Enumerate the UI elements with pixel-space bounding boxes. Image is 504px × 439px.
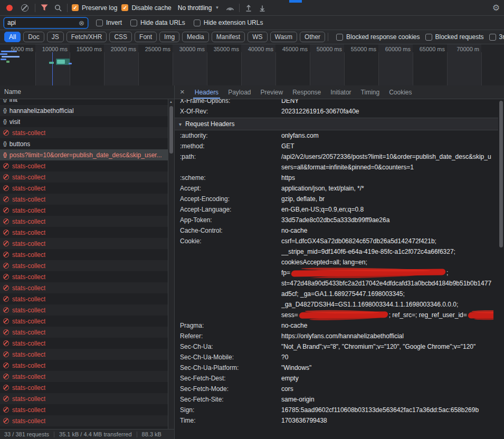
timeline-overview[interactable]: 5000 ms10000 ms15000 ms20000 ms25000 ms3… — [0, 44, 504, 86]
scrollbar-thumb[interactable] — [499, 101, 503, 247]
clear-filter-icon[interactable]: ⊗ — [79, 20, 84, 26]
tab-payload[interactable]: Payload — [223, 85, 255, 99]
request-row[interactable]: stats-collect — [0, 171, 174, 183]
close-details-icon[interactable]: × — [177, 87, 190, 97]
network-toolbar: ✓ Preserve log ✓ Disable cache No thrott… — [0, 0, 504, 16]
request-row[interactable]: {}visit — [0, 116, 174, 127]
filter-checkbox-3rd-party-requests[interactable]: 3rd-party requests — [489, 33, 504, 41]
request-row[interactable]: stats-collect — [0, 238, 174, 249]
request-list-scrollbar[interactable]: ▲ — [168, 99, 174, 429]
request-row[interactable]: stats-collect — [0, 227, 174, 238]
header-row: Sec-Fetch-Dest:empty — [175, 373, 498, 384]
tab-initiator[interactable]: Initiator — [326, 85, 356, 99]
export-har-icon[interactable] — [258, 3, 267, 13]
header-value: DENY — [281, 99, 497, 106]
import-har-icon[interactable] — [244, 3, 253, 13]
artifact-blue-bar — [289, 0, 302, 3]
type-filter-font[interactable]: Font — [135, 32, 157, 42]
timeline-label: 15000 ms — [77, 46, 104, 52]
hide-extension-urls-label: Hide extension URLs — [204, 19, 263, 26]
filter-input[interactable]: api ⊗ — [4, 18, 88, 28]
hide-data-urls-checkbox[interactable]: Hide data URLs — [130, 19, 185, 26]
name-column-header[interactable]: Name — [0, 85, 174, 99]
type-filter-ws[interactable]: WS — [248, 32, 267, 42]
request-row[interactable]: stats-collect — [0, 349, 174, 360]
request-row[interactable]: stats-collect — [0, 316, 174, 327]
request-row[interactable]: stats-collect — [0, 371, 174, 382]
request-row[interactable]: stats-collect — [0, 127, 174, 138]
request-row[interactable]: {}init — [0, 99, 174, 105]
filter-checkbox-blocked-response-cookies[interactable]: Blocked response cookies — [336, 33, 420, 41]
request-row[interactable]: stats-collect — [0, 282, 174, 293]
type-filter-other[interactable]: Other — [300, 32, 325, 42]
type-filter-fetch-xhr[interactable]: Fetch/XHR — [66, 32, 107, 42]
request-row[interactable]: {}hannahelizabethofficial — [0, 105, 174, 116]
tab-preview[interactable]: Preview — [256, 85, 288, 99]
clear-network-log-button[interactable] — [21, 4, 28, 12]
blocked-request-icon — [3, 196, 9, 202]
request-row[interactable]: stats-collect — [0, 338, 174, 349]
network-conditions-icon[interactable] — [225, 3, 235, 13]
details-scrollbar[interactable] — [498, 99, 504, 439]
tab-headers[interactable]: Headers — [190, 85, 223, 99]
header-name: Accept-Language: — [180, 204, 281, 215]
devtools-network-panel: ✓ Preserve log ✓ Disable cache No thrott… — [0, 0, 504, 439]
scrollbar-thumb[interactable] — [169, 106, 173, 154]
type-filter-doc[interactable]: Doc — [23, 32, 44, 42]
request-row[interactable]: stats-collect — [0, 404, 174, 415]
type-filter-img[interactable]: Img — [159, 32, 179, 42]
header-row: Sec-Ch-Ua-Mobile:?0 — [175, 352, 498, 362]
invert-checkbox[interactable]: Invert — [96, 19, 122, 26]
request-row[interactable]: stats-collect — [0, 293, 174, 304]
type-filter-js[interactable]: JS — [47, 32, 64, 42]
request-row[interactable]: stats-collect — [0, 304, 174, 316]
request-row[interactable]: stats-collect — [0, 271, 174, 282]
type-filter-manifest[interactable]: Manifest — [212, 32, 245, 42]
request-name: stats-collect — [12, 340, 45, 347]
type-filter-checkboxes: Blocked response cookiesBlocked requests… — [331, 33, 504, 41]
header-row-clipped: X-Frame-Options: DENY — [175, 99, 498, 106]
script-icon: {} — [3, 119, 6, 125]
filter-icon[interactable] — [40, 3, 49, 13]
type-filter-css[interactable]: CSS — [109, 32, 132, 42]
tab-cookies[interactable]: Cookies — [384, 85, 416, 99]
request-row[interactable]: stats-collect — [0, 260, 174, 271]
filter-checkbox-blocked-requests[interactable]: Blocked requests — [425, 33, 484, 41]
type-filter-wasm[interactable]: Wasm — [270, 32, 298, 42]
request-row[interactable]: stats-collect — [0, 360, 174, 371]
tab-response[interactable]: Response — [288, 85, 326, 99]
request-list-panel: Name {}init{}hannahelizabethofficial{}vi… — [0, 85, 175, 439]
request-name: stats-collect — [12, 329, 45, 336]
request-row[interactable]: stats-collect — [0, 382, 174, 393]
blocked-request-icon — [3, 318, 9, 324]
request-row[interactable]: stats-collect — [0, 216, 174, 227]
request-row[interactable]: stats-collect — [0, 415, 174, 426]
request-row[interactable]: stats-collect — [0, 393, 174, 404]
preserve-log-checkbox[interactable]: ✓ Preserve log — [72, 4, 117, 12]
disable-cache-label: Disable cache — [131, 4, 171, 12]
hide-extension-urls-checkbox[interactable]: Hide extension URLs — [194, 19, 263, 26]
header-name: Sec-Ch-Ua: — [180, 341, 281, 352]
type-filter-media[interactable]: Media — [182, 32, 209, 42]
timeline-gridline — [138, 52, 139, 85]
tab-timing[interactable]: Timing — [356, 85, 385, 99]
disable-cache-checkbox[interactable]: ✓ Disable cache — [121, 4, 171, 12]
waterfall-bar — [0, 53, 7, 55]
throttling-select[interactable]: No throttling ▼ — [176, 3, 222, 13]
request-row[interactable]: stats-collect — [0, 160, 174, 171]
request-row[interactable]: stats-collect — [0, 205, 174, 216]
search-icon[interactable] — [53, 3, 63, 13]
type-filter-all[interactable]: All — [4, 32, 21, 42]
request-row[interactable]: {}posts?limit=10&order=publish_date_desc… — [0, 149, 174, 160]
timeline-label: 65000 ms — [420, 46, 447, 52]
request-headers-section[interactable]: ▾ Request Headers — [175, 118, 498, 130]
request-row[interactable]: stats-collect — [0, 194, 174, 205]
request-row[interactable]: {}buttons — [0, 138, 174, 149]
request-row[interactable]: stats-collect — [0, 327, 174, 338]
request-row[interactable]: stats-collect — [0, 183, 174, 194]
settings-gear-icon[interactable]: ⚙ — [492, 3, 500, 13]
scroll-up-icon[interactable]: ▲ — [169, 100, 173, 103]
record-network-log-button[interactable] — [6, 5, 13, 11]
blocked-request-icon — [3, 362, 9, 368]
request-row[interactable]: stats-collect — [0, 249, 174, 260]
